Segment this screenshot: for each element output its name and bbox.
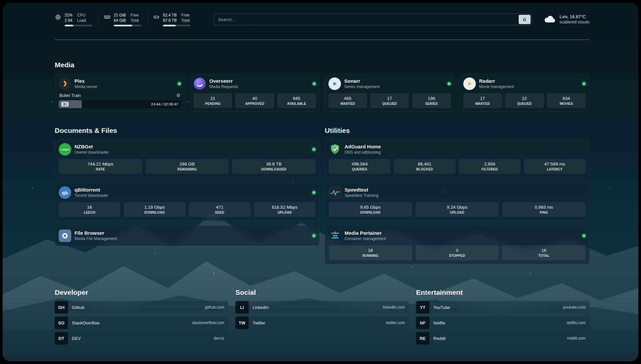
bookmark-name: Netflix [433, 320, 445, 325]
search-input[interactable] [218, 17, 519, 22]
stat-queued: 22 QUEUED [505, 93, 544, 108]
stat-stopped: 0 STOPPED [415, 245, 499, 260]
stat-wanted: 485 WANTED [328, 93, 367, 108]
service-name: Speedtest [345, 187, 379, 193]
bookmark-stackoverflow[interactable]: SO StackOverflow stackoverflow.com [55, 317, 228, 329]
bookmark-name: StackOverflow [72, 320, 100, 325]
status-dot [312, 234, 316, 237]
service-card-nzbget[interactable]: nzbget NZBGet Usenet downloader 744.21 M… [55, 139, 320, 178]
speedtest-icon [329, 186, 341, 199]
cloud-icon [544, 15, 556, 25]
filebrowser-icon [59, 229, 71, 242]
service-subtitle: Speedtest Tracking [345, 193, 379, 198]
stat-value: 17 [372, 96, 408, 101]
stat-label: SEED [190, 211, 249, 214]
stat-value: 17 [465, 96, 501, 101]
service-name: Overseerr [209, 78, 238, 84]
cpu-progress-fill [65, 25, 73, 26]
service-card-adguard[interactable]: AdGuard Home DNS and adblocking 498,564 … [325, 139, 590, 178]
stat-label: MOVIES [548, 102, 584, 106]
status-dot [178, 82, 181, 85]
bookmark-github[interactable]: GH Github github.com [55, 301, 228, 314]
stat-label: FILTERED [460, 167, 519, 171]
section-title-entertainment: Entertainment [416, 288, 590, 296]
stat-upload: 9.24 Gbps UPLOAD [415, 202, 499, 217]
status-dot [582, 82, 586, 85]
adguard-icon [329, 143, 341, 156]
status-dot [313, 82, 316, 85]
bookmark-abbr: RE [416, 332, 429, 345]
memory-label-2: Total [131, 18, 139, 23]
bookmark-url: twitter.com [386, 320, 405, 325]
bookmark-name: DEV [72, 336, 81, 341]
disk-label-2: Total [181, 18, 190, 23]
search-provider-button[interactable]: G [519, 15, 531, 24]
stat-upload: 618.52 Mbps UPLOAD [254, 202, 316, 217]
section-title-social: Social [235, 288, 409, 296]
bookmark-reddit[interactable]: RE Reddit reddit.com [416, 332, 590, 345]
dashboard-window: 31% 2.94 CPU Load [3, 3, 638, 361]
stat-label: WANTED [465, 102, 501, 106]
stat-downloaded: 39.6 TB DOWNLOADED [232, 159, 316, 174]
bookmark-dev[interactable]: DT DEV dev.to [55, 332, 228, 345]
stat-value: 471 [190, 205, 249, 210]
service-subtitle: Torrent downloader [75, 193, 108, 198]
service-name: NZBGet [75, 144, 108, 149]
playback-progress-bar[interactable]: 24:44 / 02:06:47 [59, 100, 181, 108]
bookmark-twitter[interactable]: TW Twitter twitter.com [235, 317, 409, 329]
playback-time: 24:44 / 02:06:47 [151, 102, 178, 106]
stat-blocked: 86,401 BLOCKED [394, 159, 455, 174]
section-utilities: Utilities AdGuard [325, 127, 590, 269]
nzbget-icon: nzbget [59, 143, 71, 156]
service-name: Radarr [479, 78, 514, 84]
stat-label: QUERIES [330, 167, 389, 171]
status-dot [582, 234, 586, 237]
cpu-value: 31% [65, 13, 73, 18]
service-card-filebrowser[interactable]: File Browser Media File Management [55, 226, 320, 246]
service-card-overseerr[interactable]: Overseerr Media Requests 21 PENDING 40 A… [190, 74, 320, 112]
service-subtitle: Movie management [479, 84, 514, 90]
portainer-icon [329, 229, 341, 242]
service-card-speedtest[interactable]: Speedtest Speedtest Tracking 9.65 Gbps D… [325, 182, 590, 221]
stat-remaining: 266 GB REMAINING [145, 159, 229, 174]
stat-approved: 40 APPROVED [235, 93, 274, 108]
pause-button[interactable] [61, 102, 69, 106]
service-card-plex[interactable]: Plex Media server Bullet Train ⚙ [55, 74, 185, 112]
gear-icon[interactable]: ⚙ [176, 93, 180, 98]
plex-now-playing: Bullet Train ⚙ 24:44 / 02:06:47 [59, 90, 181, 108]
memory-progress-fill [114, 25, 132, 26]
stat-value: 16 [504, 248, 584, 253]
service-name: Sonarr [344, 78, 380, 84]
bookmark-netflix[interactable]: NF Netflix netflix.com [416, 317, 590, 329]
service-card-radarr[interactable]: Radarr Movie management 17 WANTED 22 QUE… [459, 74, 590, 112]
memory-free-value: 21 GiB [114, 13, 126, 18]
stat-label: BLOCKED [395, 167, 454, 171]
sonarr-icon [328, 77, 341, 90]
stat-value: 40 [237, 96, 273, 101]
stat-download: 1.19 Gbps DOWNLOAD [124, 202, 185, 217]
bookmark-abbr: LI [235, 301, 249, 314]
stat-value: 2,956 [460, 162, 519, 167]
stat-value: 21 [195, 96, 231, 101]
service-card-portainer[interactable]: Media Portainer Container management 16 … [325, 226, 590, 264]
stat-label: UPLOAD [255, 211, 314, 214]
service-card-qbittorrent[interactable]: qb qBittorrent Torrent downloader 16 LEE… [55, 182, 320, 221]
bookmark-youtube[interactable]: YT YouTube youtube.com [416, 301, 590, 314]
qbittorrent-icon: qb [59, 186, 71, 199]
stat-queued: 17 QUEUED [370, 93, 409, 108]
status-dot [447, 82, 451, 85]
bookmark-linkedin[interactable]: LI LinkedIn linkedin.com [235, 301, 409, 314]
stat-running: 16 RUNNING [329, 245, 412, 260]
stat-rate: 744.21 Mbps RATE [59, 159, 142, 174]
search-bar[interactable]: G [214, 14, 532, 25]
stat-seed: 471 SEED [189, 202, 251, 217]
section-title-media: Media [55, 61, 590, 69]
service-subtitle: Media File Management [75, 236, 117, 242]
disk-free-value: 52.4 TB [163, 13, 177, 18]
stat-value: 9.24 Gbps [417, 205, 498, 210]
service-card-sonarr[interactable]: Sonarr Series management 485 WANTED 17 Q… [324, 74, 455, 112]
section-title-developer: Developer [55, 288, 228, 296]
stat-leech: 16 LEECH [59, 202, 120, 217]
bookmark-name: YouTube [433, 305, 450, 310]
stat-label: DOWNLOAD [330, 211, 411, 214]
